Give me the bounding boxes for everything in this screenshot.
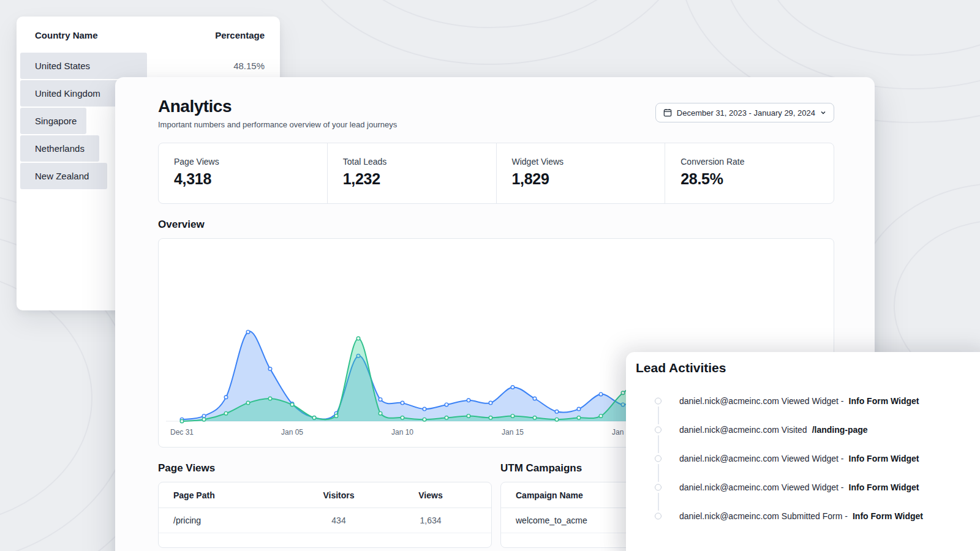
svg-text:Jan 10: Jan 10 xyxy=(391,428,413,437)
lead-email: daniel.nick@acmeinc.com xyxy=(679,511,779,521)
timeline-dot-icon xyxy=(655,455,662,462)
timeline-dot-icon xyxy=(655,397,662,404)
views-count: 1,634 xyxy=(385,515,477,525)
activity-target: Info Form Widget xyxy=(853,511,923,521)
timeline-dot-icon xyxy=(655,512,662,519)
calendar-icon xyxy=(663,108,672,117)
lead-activities-list: daniel.nick@acmeinc.com Viewed Widget - … xyxy=(626,386,980,530)
activity-target: /landing-page xyxy=(812,425,868,435)
activity-action: Viewed Widget - xyxy=(782,482,844,492)
lead-email: daniel.nick@acmeinc.com xyxy=(679,454,779,463)
col-visitors: Visitors xyxy=(293,490,385,500)
page-views-row-pricing[interactable]: /pricing 434 1,634 xyxy=(159,508,491,533)
country-name: Netherlands xyxy=(35,143,85,154)
stat-label: Conversion Rate xyxy=(680,157,834,167)
stat-page-views: Page Views 4,318 xyxy=(159,143,327,203)
chevron-down-icon xyxy=(820,110,826,116)
activity-target: Info Form Widget xyxy=(849,396,919,406)
date-range-picker[interactable]: December 31, 2023 - January 29, 2024 xyxy=(655,103,834,122)
col-page-path: Page Path xyxy=(173,490,293,500)
country-name: Singapore xyxy=(35,116,77,126)
percentage-column-header: Percentage xyxy=(215,30,265,40)
stat-label: Widget Views xyxy=(512,157,665,167)
country-table-header: Country Name Percentage xyxy=(17,17,280,40)
analytics-heading-block: Analytics Important numbers and performa… xyxy=(158,97,397,129)
lead-email: daniel.nick@acmeinc.com xyxy=(679,482,779,492)
country-name: United States xyxy=(35,61,90,71)
page-views-title: Page Views xyxy=(158,462,492,474)
country-row-united-states[interactable]: United States 48.15% xyxy=(17,53,280,79)
activity-target: Info Form Widget xyxy=(849,454,919,463)
stat-value: 1,232 xyxy=(343,170,496,188)
page-subtitle: Important numbers and performance overvi… xyxy=(158,120,397,129)
kpi-stats-card: Page Views 4,318 Total Leads 1,232 Widge… xyxy=(158,143,834,204)
svg-text:Jan 05: Jan 05 xyxy=(281,428,303,437)
page-views-section: Page Views Page Path Visitors Views /pri… xyxy=(158,462,492,548)
stat-label: Page Views xyxy=(174,157,327,167)
activity-target: Info Form Widget xyxy=(849,482,919,492)
analytics-dashboard: Country Name Percentage United States 48… xyxy=(0,0,980,551)
stat-label: Total Leads xyxy=(343,157,496,167)
activity-action: Viewed Widget - xyxy=(782,396,844,406)
visitors-count: 434 xyxy=(293,515,385,525)
stat-value: 28.5% xyxy=(680,170,834,188)
timeline-dot-icon xyxy=(655,426,662,433)
stat-widget-views: Widget Views 1,829 xyxy=(496,143,665,203)
col-views: Views xyxy=(385,490,477,500)
stat-conversion-rate: Conversion Rate 28.5% xyxy=(665,143,834,203)
activity-action: Visited xyxy=(782,425,807,435)
overview-section-title: Overview xyxy=(158,219,834,231)
lead-activities-title: Lead Activities xyxy=(626,352,980,375)
page-path: /pricing xyxy=(173,515,293,525)
lead-activity-item[interactable]: daniel.nick@acmeinc.com Visited /landing… xyxy=(626,415,980,444)
timeline-dot-icon xyxy=(655,484,662,490)
svg-text:Jan 15: Jan 15 xyxy=(502,428,524,437)
page-title: Analytics xyxy=(158,97,397,116)
activity-action: Submitted Form - xyxy=(782,511,848,521)
lead-activity-item[interactable]: daniel.nick@acmeinc.com Submitted Form -… xyxy=(626,501,980,530)
lead-activity-item[interactable]: daniel.nick@acmeinc.com Viewed Widget - … xyxy=(626,386,980,415)
lead-email: daniel.nick@acmeinc.com xyxy=(679,425,779,435)
page-views-table-header: Page Path Visitors Views xyxy=(159,482,491,508)
page-views-table: Page Path Visitors Views /pricing 434 1,… xyxy=(158,482,492,548)
activity-action: Viewed Widget - xyxy=(782,454,844,463)
analytics-header: Analytics Important numbers and performa… xyxy=(115,77,875,129)
lead-email: daniel.nick@acmeinc.com xyxy=(679,396,779,406)
country-name-column-header: Country Name xyxy=(35,30,98,40)
lead-activity-item[interactable]: daniel.nick@acmeinc.com Viewed Widget - … xyxy=(626,444,980,473)
lead-activity-item[interactable]: daniel.nick@acmeinc.com Viewed Widget - … xyxy=(626,473,980,501)
stat-total-leads: Total Leads 1,232 xyxy=(327,143,496,203)
country-percentage: 48.15% xyxy=(233,61,265,71)
country-name: United Kingdom xyxy=(35,88,100,99)
svg-text:Dec 31: Dec 31 xyxy=(170,428,194,437)
lead-activities-card: Lead Activities daniel.nick@acmeinc.com … xyxy=(626,352,980,551)
date-range-label: December 31, 2023 - January 29, 2024 xyxy=(677,108,815,118)
stat-value: 4,318 xyxy=(174,170,327,188)
stat-value: 1,829 xyxy=(512,170,665,188)
country-name: New Zealand xyxy=(35,171,89,181)
